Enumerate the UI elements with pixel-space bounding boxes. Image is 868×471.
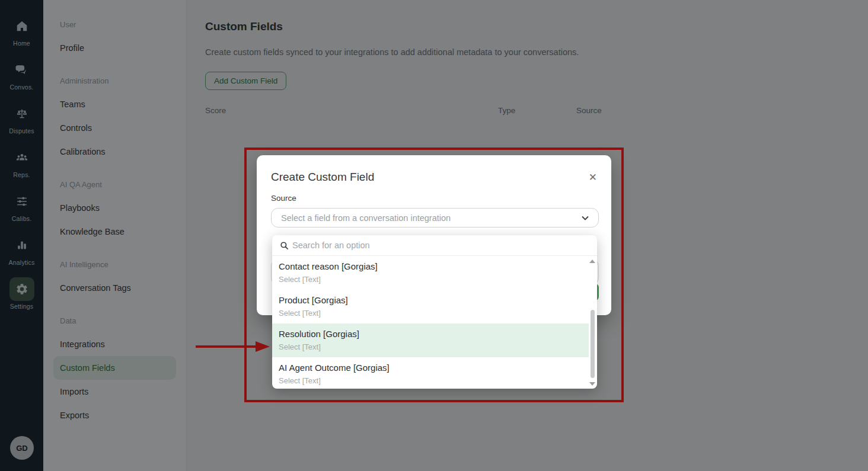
source-select[interactable]: Select a field from a conversation integ… bbox=[271, 208, 599, 228]
option-title: Resolution [Gorgias] bbox=[279, 329, 577, 339]
option-title: Contact reason [Gorgias] bbox=[279, 261, 585, 271]
chevron-down-icon bbox=[580, 213, 590, 223]
dropdown-search-row bbox=[272, 235, 597, 256]
modal-title: Create Custom Field bbox=[271, 171, 374, 184]
scroll-up-icon[interactable] bbox=[589, 259, 595, 263]
scroll-down-icon[interactable] bbox=[589, 382, 595, 386]
search-icon bbox=[280, 241, 289, 250]
close-icon[interactable]: ✕ bbox=[589, 172, 597, 182]
option-title: AI Agent Outcome [Gorgias] bbox=[279, 363, 585, 373]
dropdown-option-product[interactable]: Product [Gorgias] Select [Text] bbox=[272, 290, 597, 323]
option-subtitle: Select [Text] bbox=[279, 309, 585, 318]
dropdown-option-ai-agent-outcome[interactable]: AI Agent Outcome [Gorgias] Select [Text] bbox=[272, 357, 597, 389]
source-select-placeholder: Select a field from a conversation integ… bbox=[281, 213, 580, 223]
scrollbar-thumb[interactable] bbox=[591, 310, 595, 378]
option-subtitle: Select [Text] bbox=[279, 376, 585, 385]
dropdown-scrollbar[interactable] bbox=[589, 258, 596, 387]
source-dropdown-panel: Contact reason [Gorgias] Select [Text] P… bbox=[272, 235, 597, 389]
dropdown-option-contact-reason[interactable]: Contact reason [Gorgias] Select [Text] bbox=[272, 256, 597, 290]
option-title: Product [Gorgias] bbox=[279, 295, 585, 305]
option-subtitle: Select [Text] bbox=[279, 342, 577, 351]
option-subtitle: Select [Text] bbox=[279, 275, 585, 284]
dropdown-search-input[interactable] bbox=[292, 241, 597, 250]
dropdown-option-resolution[interactable]: Resolution [Gorgias] Select [Text] bbox=[272, 323, 589, 357]
source-field-label: Source bbox=[271, 194, 597, 203]
